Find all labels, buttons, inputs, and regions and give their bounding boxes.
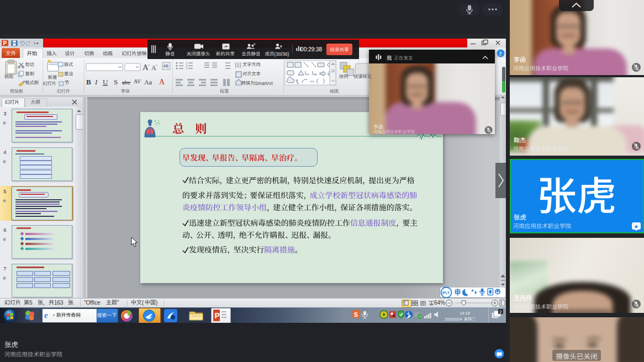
svg-text:): ) bbox=[156, 300, 157, 306]
svg-text:SmartArt: SmartArt bbox=[255, 81, 273, 86]
svg-text:(30/36): (30/36) bbox=[275, 51, 289, 57]
svg-text:": " bbox=[117, 300, 119, 306]
svg-text:64%: 64% bbox=[434, 300, 445, 306]
svg-text:,: , bbox=[43, 300, 45, 306]
svg-text:00:29:38: 00:29:38 bbox=[300, 46, 322, 52]
svg-text:163: 163 bbox=[54, 300, 64, 306]
svg-text:"Office: "Office bbox=[84, 300, 101, 306]
svg-text:2020/3/24: 2020/3/24 bbox=[445, 317, 462, 321]
svg-text:7: 7 bbox=[3, 265, 6, 272]
svg-text:6: 6 bbox=[3, 227, 6, 233]
svg-text:(: ( bbox=[142, 300, 144, 306]
svg-text:5: 5 bbox=[29, 300, 33, 306]
svg-text:4: 4 bbox=[3, 149, 6, 155]
svg-text:14:18: 14:18 bbox=[460, 311, 470, 316]
svg-text:3: 3 bbox=[3, 110, 6, 116]
svg-text:5: 5 bbox=[3, 188, 6, 194]
